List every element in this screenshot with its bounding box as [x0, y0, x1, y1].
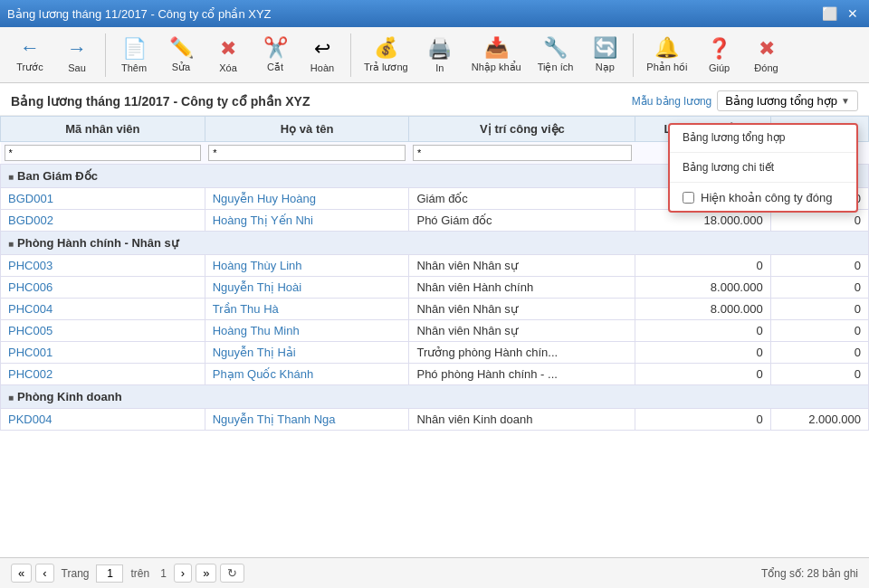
pay-button[interactable]: 💰 Trả lương [357, 33, 415, 77]
cell-luong: 0 [770, 364, 868, 385]
cell-vitri: Nhân viên Nhân sự [409, 299, 635, 320]
reload-button[interactable]: 🔄 Nạp [582, 33, 627, 77]
back-icon: ← [20, 36, 40, 60]
cell-ma: PHC001 [1, 342, 205, 364]
filter-ho[interactable] [208, 145, 406, 161]
dropdown-divider-2 [670, 182, 856, 183]
chevron-down-icon: ▼ [841, 96, 850, 106]
cell-luong: 0 [770, 255, 868, 277]
print-button[interactable]: 🖨️ In [417, 33, 463, 77]
back-button[interactable]: ← Trước [7, 33, 53, 77]
employee-ma-link[interactable]: PHC001 [8, 346, 53, 359]
employee-ho-link[interactable]: Hoàng Thu Minh [213, 324, 300, 337]
employee-ho-link[interactable]: Nguyễn Thị Thanh Nga [213, 413, 336, 426]
add-button[interactable]: 📄 Thêm [111, 33, 157, 77]
cell-luongcoban: 0 [635, 364, 770, 385]
table-row: PHC006 Nguyễn Thị Hoài Nhân viên Hành ch… [1, 277, 869, 299]
page-input[interactable] [96, 564, 123, 583]
filter-ma[interactable] [5, 145, 202, 161]
employee-ho-link[interactable]: Trần Thu Hà [213, 302, 279, 316]
cell-luongcoban: 0 [635, 409, 770, 431]
cell-ma: PKD004 [1, 409, 205, 431]
employee-ma-link[interactable]: PHC003 [8, 259, 53, 272]
dropdown-trigger[interactable]: Bảng lương tổng hợp ▼ [717, 90, 858, 111]
main-content: Bảng lương tháng 11/2017 - Công ty cổ ph… [0, 83, 869, 588]
help-button[interactable]: ❓ Giúp [697, 33, 742, 77]
hien-khoan-row[interactable]: Hiện khoản công ty đóng [670, 185, 856, 211]
forward-icon: → [67, 37, 87, 61]
employee-ma-link[interactable]: PHC005 [8, 324, 53, 337]
cell-luong: 0 [770, 277, 868, 299]
employee-ho-link[interactable]: Hoàng Thị Yến Nhi [213, 213, 313, 227]
cell-luong: 2.000.000 [770, 409, 868, 431]
employee-ma-link[interactable]: BGD002 [8, 213, 53, 227]
employee-ma-link[interactable]: BGD001 [8, 192, 53, 205]
back-label: Trước [16, 62, 43, 73]
delete-label: Xóa [219, 62, 237, 73]
dropdown-option-chitiet[interactable]: Bảng lương chi tiết [670, 155, 856, 180]
table-row: PHC003 Hoàng Thùy Linh Nhân viên Nhân sự… [1, 255, 869, 277]
cell-ma: PHC003 [1, 255, 205, 277]
separator-2 [350, 33, 351, 77]
import-button[interactable]: 📥 Nhập khẩu [464, 33, 529, 77]
add-icon: 📄 [122, 37, 147, 61]
employee-ma-link[interactable]: PHC002 [8, 367, 53, 381]
next-page-button[interactable]: › [174, 564, 192, 583]
feedback-button[interactable]: 🔔 Phản hồi [639, 33, 694, 77]
employee-ho-link[interactable]: Hoàng Thùy Linh [213, 259, 302, 272]
forward-button[interactable]: → Sau [54, 33, 100, 77]
cancel-button[interactable]: ↩ Hoàn [300, 33, 345, 77]
employee-ho-link[interactable]: Nguyễn Huy Hoàng [213, 192, 316, 205]
total-pages: 1 [160, 567, 167, 580]
table-row: BGD002 Hoàng Thị Yến Nhi Phó Giám đốc 18… [1, 210, 869, 232]
total-count: Tổng số: 28 bản ghi [761, 567, 858, 580]
window-controls: ⬜ ✕ [820, 5, 862, 23]
edit-button[interactable]: ✏️ Sửa [158, 33, 204, 77]
cell-vitri: Trưởng phòng Hành chín... [409, 342, 635, 364]
employee-ho-link[interactable]: Nguyễn Thị Hải [213, 346, 296, 359]
of-label: trên [130, 567, 149, 580]
cancel-icon: ↩ [314, 37, 330, 61]
utility-button[interactable]: 🔧 Tiện ích [530, 33, 581, 77]
employee-ho-link[interactable]: Phạm Quốc Khánh [213, 367, 313, 381]
prev-page-button[interactable]: ‹ [35, 564, 53, 583]
employee-ma-link[interactable]: PKD004 [8, 413, 52, 426]
dropdown-option-tonghop[interactable]: Bảng lương tổng hợp [670, 125, 856, 150]
window-title: Bảng lương tháng 11/2017 - Công ty cổ ph… [7, 7, 272, 21]
group-icon: ■ [8, 239, 14, 249]
utility-icon: 🔧 [543, 36, 568, 60]
employee-ma-link[interactable]: PHC004 [8, 302, 53, 316]
title-bar: Bảng lương tháng 11/2017 - Công ty cổ ph… [0, 0, 869, 27]
header-right: Mẫu bảng lương Bảng lương tổng hợp ▼ Bản… [632, 90, 858, 111]
close-app-button[interactable]: ✖ Đóng [744, 33, 789, 77]
import-label: Nhập khẩu [472, 62, 521, 73]
page-nav: « ‹ Trang trên 1 › » ↻ [11, 564, 244, 583]
cell-luong: 0 [770, 299, 868, 320]
edit-icon: ✏️ [169, 36, 194, 60]
help-icon: ❓ [707, 37, 731, 61]
employee-ho-link[interactable]: Nguyễn Thị Hoài [213, 280, 301, 294]
cell-ho: Nguyễn Thị Hải [205, 342, 409, 364]
hien-khoan-label: Hiện khoản công ty đóng [701, 191, 832, 204]
cut-icon: ✂️ [263, 36, 288, 60]
cut-button[interactable]: ✂️ Cắt [253, 33, 298, 77]
delete-icon: ✖ [220, 37, 236, 61]
mau-bang-label[interactable]: Mẫu bảng lương [632, 95, 711, 108]
employee-ma-link[interactable]: PHC006 [8, 280, 53, 294]
delete-button[interactable]: ✖ Xóa [205, 33, 251, 77]
close-window-button[interactable]: ✕ [844, 5, 862, 23]
pagination-bar: « ‹ Trang trên 1 › » ↻ Tổng số: 28 bản g… [0, 557, 869, 588]
cell-ho: Hoàng Thùy Linh [205, 255, 409, 277]
col-vitri: Vị trí công việc [409, 117, 635, 142]
hien-khoan-checkbox[interactable] [683, 192, 694, 204]
refresh-button[interactable]: ↻ [220, 564, 244, 583]
last-page-button[interactable]: » [196, 564, 216, 583]
col-ho: Họ và tên [205, 117, 409, 142]
forward-label: Sau [68, 62, 86, 73]
group-icon: ■ [8, 393, 14, 403]
filter-vitri[interactable] [413, 145, 632, 161]
restore-button[interactable]: ⬜ [820, 5, 838, 23]
first-page-button[interactable]: « [11, 564, 32, 583]
close-app-icon: ✖ [759, 37, 775, 61]
group-row: ■Phòng Hành chính - Nhân sự [1, 232, 869, 255]
